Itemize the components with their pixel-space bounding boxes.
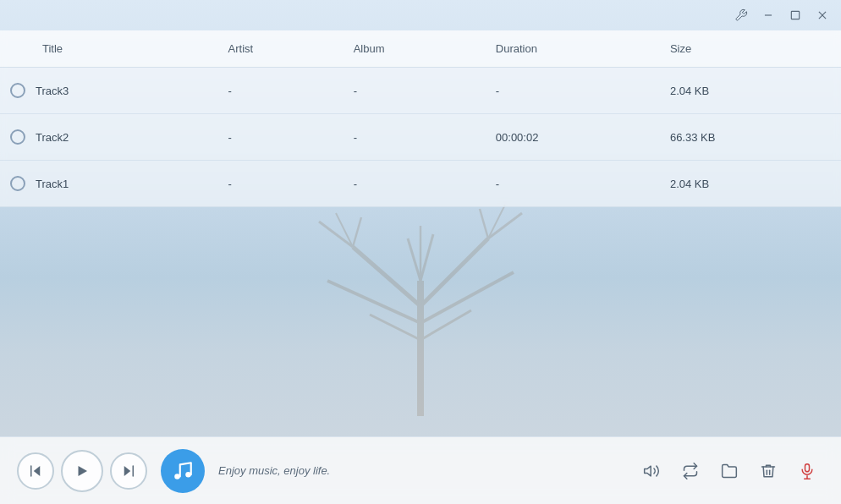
minimize-button[interactable] <box>756 3 780 27</box>
svg-point-25 <box>174 474 180 479</box>
track-title: Track3 <box>36 85 69 97</box>
svg-marker-22 <box>79 466 88 476</box>
right-controls <box>635 454 824 488</box>
svg-line-2 <box>420 238 488 306</box>
titlebar <box>0 0 841 30</box>
folder-button[interactable] <box>712 454 746 488</box>
svg-line-8 <box>353 217 361 247</box>
close-button[interactable] <box>811 3 834 27</box>
track-select-radio[interactable] <box>10 176 25 191</box>
col-header-size[interactable]: Size <box>660 30 841 68</box>
track-list-container: Title Artist Album Duration Size Track3 … <box>0 30 841 207</box>
bottom-bar: Enjoy music, enjoy life. <box>0 436 841 504</box>
svg-line-11 <box>480 209 488 238</box>
track-artist: - <box>218 161 344 207</box>
table-row[interactable]: Track2 - - 00:00:02 66.33 KB <box>0 114 841 161</box>
track-size: 2.04 KB <box>660 161 841 207</box>
track-size: 2.04 KB <box>660 68 841 114</box>
svg-marker-20 <box>34 466 41 476</box>
track-album: - <box>344 161 486 207</box>
svg-line-7 <box>319 222 353 247</box>
repeat-button[interactable] <box>673 454 707 488</box>
svg-line-13 <box>408 238 420 281</box>
svg-point-26 <box>185 472 191 478</box>
now-playing-text: Enjoy music, enjoy life. <box>218 464 635 477</box>
delete-button[interactable] <box>751 454 785 488</box>
col-header-album[interactable]: Album <box>344 30 486 68</box>
settings-button[interactable] <box>729 3 753 27</box>
svg-rect-17 <box>791 11 799 19</box>
track-artist: - <box>218 68 344 114</box>
track-duration: 00:00:02 <box>486 114 660 161</box>
maximize-button[interactable] <box>783 3 807 27</box>
svg-marker-27 <box>645 466 651 476</box>
track-album: - <box>344 68 486 114</box>
svg-rect-28 <box>805 463 810 471</box>
track-select-radio[interactable] <box>10 129 25 145</box>
playback-controls <box>17 450 147 492</box>
prev-button[interactable] <box>17 452 54 490</box>
col-header-title[interactable]: Title <box>0 30 218 68</box>
track-select-radio[interactable] <box>10 83 25 98</box>
svg-marker-23 <box>124 466 131 476</box>
next-button[interactable] <box>110 452 147 490</box>
track-title: Track2 <box>36 131 69 144</box>
mic-button[interactable] <box>790 454 824 488</box>
svg-line-14 <box>420 234 433 281</box>
svg-line-10 <box>488 213 522 238</box>
col-header-artist[interactable]: Artist <box>218 30 344 68</box>
table-header-row: Title Artist Album Duration Size <box>0 30 841 68</box>
track-duration: - <box>486 68 660 114</box>
track-duration: - <box>486 161 660 207</box>
svg-line-4 <box>420 272 514 323</box>
svg-line-6 <box>420 310 471 340</box>
track-title: Track1 <box>36 178 69 190</box>
table-row[interactable]: Track3 - - - 2.04 KB <box>0 68 841 114</box>
col-header-duration[interactable]: Duration <box>486 30 660 68</box>
music-note-button[interactable] <box>161 449 205 493</box>
play-button[interactable] <box>61 450 103 492</box>
track-album: - <box>344 114 486 161</box>
volume-button[interactable] <box>635 454 668 488</box>
track-artist: - <box>218 114 344 161</box>
table-row[interactable]: Track1 - - - 2.04 KB <box>0 161 841 207</box>
track-size: 66.33 KB <box>660 114 841 161</box>
track-table: Title Artist Album Duration Size Track3 … <box>0 30 841 207</box>
